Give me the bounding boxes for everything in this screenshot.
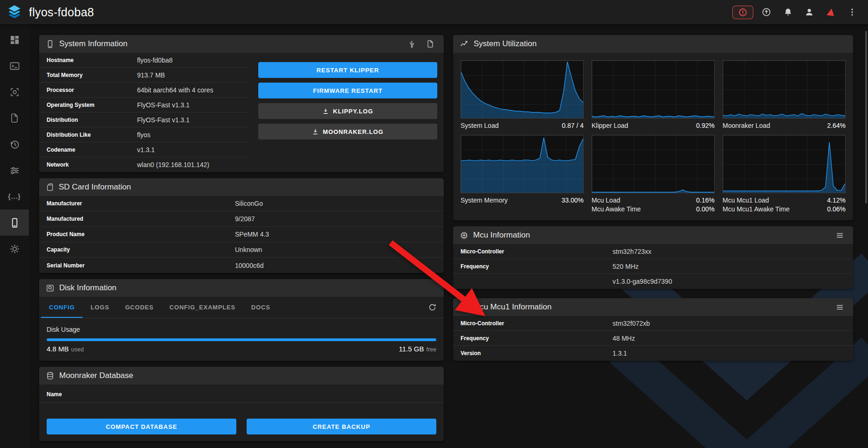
database-name-label: Name [47,391,62,398]
disk-used-suffix: used [71,346,84,353]
tab-logs[interactable]: LOGS [83,297,117,318]
chart-cell-system-load: System Load 0.87 / 4 [461,60,584,129]
disk-information-header: Disk Information [39,279,444,297]
chart-caption: System Load 0.87 / 4 [461,122,584,129]
tab-config-examples[interactable]: CONFIG_EXAMPLES [162,297,243,318]
mcu1-information-table: Micro-Controllerstm32f072xb Frequency48 … [453,316,853,361]
restart-klipper-button[interactable]: RESTART KLIPPER [258,62,437,78]
table-row: Frequency520 MHz [453,259,853,274]
mcu-menu-button[interactable] [833,228,847,242]
account-button[interactable] [801,4,818,21]
disk-usage-section: Disk Usage 4.8 MBused 11.5 GBfree [39,318,444,361]
mcu1-information-header: Mcu Mcu1 Information [453,298,853,316]
notifications-button[interactable] [779,4,796,21]
sidebar-item-history[interactable] [0,131,29,157]
code-braces-icon: {...} [8,193,21,200]
disk-free-suffix: free [426,346,436,353]
chart-line-icon [460,39,469,49]
chart-cell-mcu1-load: Mcu Mcu1 Load 4.12% Mcu Mcu1 Awake Time … [723,135,846,213]
table-row: Micro-Controllerstm32f072xb [453,316,853,331]
usb-icon [407,40,416,49]
sidebar-item-files[interactable] [0,105,29,131]
brand-button[interactable] [822,4,839,21]
firmware-restart-button[interactable]: FIRMWARE RESTART [258,83,437,98]
sidebar-item-detection[interactable] [0,79,29,105]
application-window: flyos-fdoba8 [0,0,868,448]
file-document-icon [9,113,20,123]
topbar-actions [732,4,868,21]
chart-caption: Mcu Awake Time 0.00% [592,205,715,213]
chart-caption: Mcu Mcu1 Awake Time 0.06% [723,205,846,213]
table-row: Version1.3.1 [453,346,853,361]
sidebar-item-machine[interactable] [0,210,29,236]
sidebar-item-console[interactable] [0,53,29,79]
mcu-information-table: Micro-Controllerstm32h723xx Frequency520… [453,244,853,289]
top-bar: flyos-fdoba8 [0,0,868,24]
create-backup-button[interactable]: CREATE BACKUP [247,419,436,434]
system-information-panel: System Information [39,35,444,172]
moonraker-database-header: Moonraker Database [39,367,444,385]
sidebar-item-code[interactable]: {...} [0,183,29,210]
sd-card-icon [46,183,54,191]
layers-logo-icon [7,4,22,20]
mcu1-information-panel: Mcu Mcu1 Information Micro-Controllerstm… [453,298,853,361]
chart-caption: Mcu Load 0.16% [592,196,715,204]
app-logo[interactable] [0,4,29,20]
tab-docs[interactable]: DOCS [243,297,278,318]
sidebar-item-tune[interactable] [0,157,29,183]
log-file-button[interactable] [423,37,437,51]
sd-card-panel: SD Card Information ManufacturerSiliconG… [39,178,444,273]
table-row: v1.3.0-ga98c9d7390 [453,274,853,289]
system-utilization-panel: System Utilization System Load 0.87 / 4 [453,35,853,220]
panel-title: Mcu Mcu1 Information [473,302,551,312]
printer-alert-button[interactable] [732,6,753,19]
tab-config[interactable]: CONFIG [41,297,83,318]
main-content: System Information [29,24,868,448]
system-load-chart [461,60,584,119]
panel-title: Disk Information [59,283,117,293]
disk-usage-label: Disk Usage [47,326,436,333]
chart-caption: Klipper Load 0.92% [592,122,715,129]
disk-information-panel: Disk Information CONFIG LOGS GCODES CONF… [39,279,444,361]
klipper-load-chart [592,60,715,119]
refresh-button[interactable] [425,301,439,315]
mcu1-menu-button[interactable] [833,300,847,314]
disk-usage-bar [47,338,436,341]
focus-scan-icon [9,87,20,98]
moonraker-log-button[interactable]: MOONRAKER.LOG [258,124,437,140]
klippy-log-button[interactable]: KLIPPY.LOG [258,103,437,119]
compact-database-button[interactable]: COMPACT DATABASE [47,419,236,434]
alert-circle-icon [738,7,748,17]
table-row: Total Memory913.7 MB [39,68,250,83]
dashboard-icon [9,35,20,45]
system-memory-chart [461,135,584,193]
console-icon [9,61,20,71]
database-name-row: Name [39,385,444,403]
system-information-header: System Information [39,35,444,53]
tab-gcodes[interactable]: GCODES [117,297,161,318]
account-icon [804,7,814,17]
panel-title: Mcu Information [473,231,530,240]
chart-cell-mcu-load: Mcu Load 0.16% Mcu Awake Time 0.00% [592,135,715,213]
table-row: Micro-Controllerstm32h723xx [453,244,853,259]
usb-devices-button[interactable] [405,37,419,51]
chip-icon [460,231,468,240]
disk-tabs: CONFIG LOGS GCODES CONFIG_EXAMPLES DOCS [39,297,444,318]
table-row: Manufactured9/2087 [39,211,444,227]
chart-caption: Mcu Mcu1 Load 4.12% [723,196,846,204]
overflow-menu-button[interactable] [844,4,861,21]
system-information-table: Hostnameflyos-fd0ba8 Total Memory913.7 M… [39,53,250,172]
table-row: Frequency48 MHz [453,331,853,346]
sd-card-header: SD Card Information [39,178,444,196]
utilization-grid: System Load 0.87 / 4 Klipper Load 0.92% [453,53,853,220]
gear-icon [9,244,20,254]
table-row: CapacityUnknown [39,242,444,258]
update-button[interactable] [758,4,775,21]
chart-cell-klipper-load: Klipper Load 0.92% [592,60,715,129]
sidebar-item-settings[interactable] [0,236,29,262]
scrollbar-thumb[interactable] [865,31,867,203]
system-information-body: Hostnameflyos-fd0ba8 Total Memory913.7 M… [39,53,444,172]
sidebar-item-dashboard[interactable] [0,27,29,53]
chart-caption: Moonraker Load 2.64% [723,122,846,129]
disk-usage-bar-fill [47,338,436,341]
